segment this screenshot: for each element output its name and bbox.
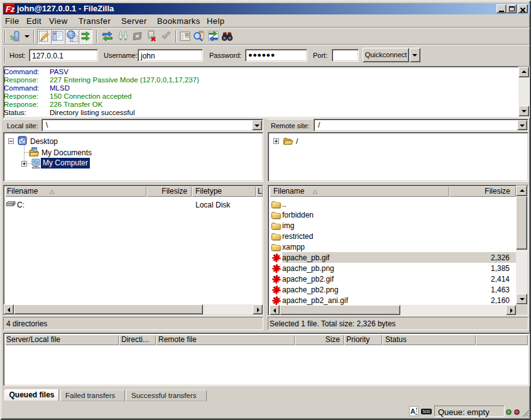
svg-text:Fz: Fz bbox=[6, 4, 14, 14]
svg-text:A: A bbox=[410, 407, 415, 415]
